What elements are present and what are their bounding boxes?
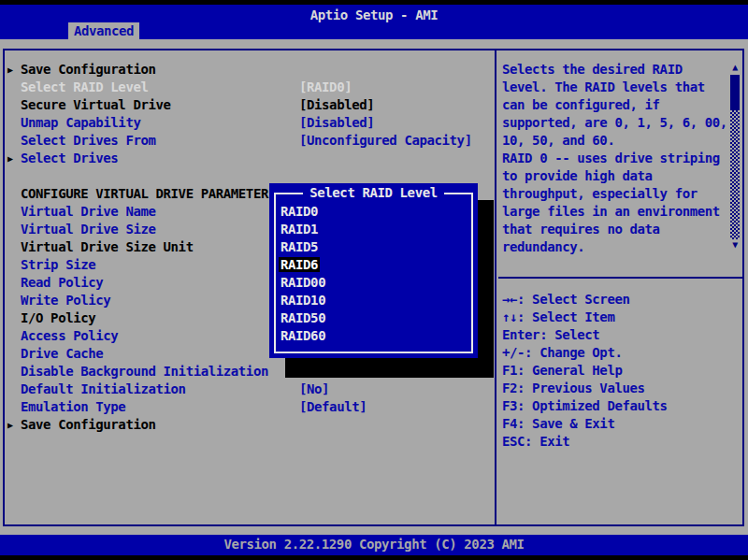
popup-option-raid50[interactable]: RAID50 — [280, 309, 327, 327]
shortcut-select-screen: →←: Select Screen — [502, 291, 630, 309]
header-bar: Aptio Setup - AMI Advanced — [0, 5, 748, 39]
popup-option-raid0[interactable]: RAID0 — [280, 203, 320, 221]
menu-item-label: Access Policy — [21, 327, 118, 345]
menu-item-label: Unmap Capability — [21, 114, 140, 132]
menu-item-save-configuration-top[interactable]: ▶ Save Configuration — [5, 61, 493, 79]
menu-item-label: I/O Policy — [21, 309, 95, 327]
menu-item-label: Virtual Drive Size Unit — [21, 238, 194, 256]
menu-item-label: Virtual Drive Size — [21, 221, 156, 238]
menu-item-label: Select Drives — [21, 150, 118, 167]
popup-option-raid10[interactable]: RAID10 — [280, 292, 327, 309]
menu-item-label: Save Configuration — [21, 61, 156, 79]
menu-item-label: Select RAID Level — [21, 79, 149, 96]
shortcut-change-opt: +/-: Change Opt. — [502, 344, 622, 362]
popup-option-raid6-selected[interactable]: RAID6 — [280, 256, 320, 274]
menu-item-select-drives[interactable]: ▶ Select Drives — [5, 150, 493, 167]
menu-item-value: [Unconfigured Capacity] — [299, 132, 472, 150]
menu-item-label: Select Drives From — [21, 132, 156, 150]
menu-item-value: [RAID0] — [299, 79, 352, 96]
popup-option-raid1[interactable]: RAID1 — [280, 221, 320, 238]
help-text-line: large files in an environment — [502, 203, 720, 221]
popup-option-raid5[interactable]: RAID5 — [280, 238, 320, 256]
help-text-line: RAID 0 -- uses drive striping — [502, 150, 720, 167]
menu-item-value: [Default] — [299, 398, 367, 416]
menu-item-label: Disable Background Initialization — [21, 363, 268, 381]
help-text-line: that requires no data — [502, 221, 660, 238]
section-label: CONFIGURE VIRTUAL DRIVE PARAMETER — [21, 185, 268, 203]
menu-item-secure-virtual-drive[interactable]: Secure Virtual Drive [Disabled] — [5, 96, 493, 114]
popup-option-raid60[interactable]: RAID60 — [280, 327, 327, 345]
shortcut-select-item: ↑↓: Select Item — [502, 309, 614, 326]
select-raid-level-popup: Select RAID Level RAID0 RAID1 RAID5 RAID… — [269, 183, 478, 358]
help-divider — [498, 277, 742, 279]
menu-item-label: Strip Size — [21, 256, 95, 274]
help-scrollbar[interactable]: ▲ ▼ — [729, 62, 741, 251]
menu-item-select-raid-level[interactable]: Select RAID Level [RAID0] — [5, 79, 493, 96]
help-text-line: to provide high data — [502, 167, 653, 185]
menu-item-unmap-capability[interactable]: Unmap Capability [Disabled] — [5, 114, 493, 132]
help-text-line: throughput, especially for — [502, 185, 698, 203]
help-text-line: supported, are 0, 1, 5, 6, 00, — [502, 114, 727, 132]
menu-item-label: Default Initialization — [21, 381, 186, 398]
shortcut-general-help: F1: General Help — [502, 362, 622, 380]
menu-item-label: Read Policy — [21, 274, 103, 292]
menu-item-label: Secure Virtual Drive — [21, 96, 171, 114]
scrollbar-down-icon[interactable]: ▼ — [729, 239, 741, 251]
menu-item-save-configuration-bottom[interactable]: ▶ Save Configuration — [5, 416, 493, 434]
shortcut-optimized-defaults: F3: Optimized Defaults — [502, 397, 668, 415]
shortcut-previous-values: F2: Previous Values — [502, 380, 645, 397]
tab-advanced[interactable]: Advanced — [68, 22, 139, 39]
menu-item-default-initialization[interactable]: Default Initialization [No] — [5, 381, 493, 398]
shortcut-enter-select: Enter: Select — [502, 326, 599, 344]
scrollbar-track[interactable] — [730, 110, 740, 239]
shortcut-esc-exit: ESC: Exit — [502, 433, 569, 451]
help-text-line: level. The RAID levels that — [502, 79, 705, 96]
version-bar: Version 2.22.1290 Copyright (C) 2023 AMI — [0, 535, 748, 555]
menu-item-label: Save Configuration — [21, 416, 156, 434]
shortcut-save-exit: F4: Save & Exit — [502, 415, 614, 433]
help-text-line: can be configured, if — [502, 96, 660, 114]
help-text-line: Selects the desired RAID — [502, 61, 683, 79]
help-text-line: 10, 50, and 60. — [502, 132, 614, 150]
submenu-arrow-icon: ▶ — [7, 416, 13, 434]
menu-item-label: Virtual Drive Name — [21, 203, 156, 221]
submenu-arrow-icon: ▶ — [7, 150, 13, 167]
menu-item-value: [No] — [299, 381, 329, 398]
menu-item-label: Drive Cache — [21, 345, 103, 363]
popup-option-raid00[interactable]: RAID00 — [280, 274, 327, 292]
menu-item-label: Emulation Type — [21, 398, 125, 416]
submenu-arrow-icon: ▶ — [7, 61, 13, 79]
menu-item-emulation-type[interactable]: Emulation Type [Default] — [5, 398, 493, 416]
scrollbar-thumb[interactable] — [730, 75, 740, 110]
popup-title: Select RAID Level — [269, 184, 478, 202]
menu-item-label: Write Policy — [21, 292, 110, 309]
help-text-line: redundancy. — [502, 238, 584, 256]
menu-item-value: [Disabled] — [299, 114, 374, 132]
scrollbar-up-icon[interactable]: ▲ — [729, 62, 741, 73]
menu-item-value: [Disabled] — [299, 96, 374, 114]
bios-screen: Aptio Setup - AMI Advanced ▶ Save Config… — [0, 0, 748, 560]
menu-item-select-drives-from[interactable]: Select Drives From [Unconfigured Capacit… — [5, 132, 493, 150]
panel-divider — [495, 49, 496, 526]
